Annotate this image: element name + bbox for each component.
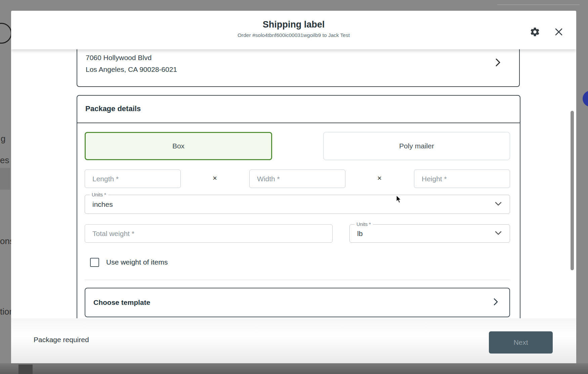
chevron-right-icon xyxy=(495,58,501,68)
use-weight-of-items-checkbox[interactable] xyxy=(90,258,99,267)
gear-icon xyxy=(530,27,540,39)
dimension-units-value: inches xyxy=(92,200,113,208)
dimension-multiply-separator: × xyxy=(213,174,217,183)
shipping-label-modal: 7060 Hollywood Blvd Los Angeles, CA 9002… xyxy=(11,11,576,363)
package-type-box-button[interactable]: Box xyxy=(85,132,272,160)
background-divider-line xyxy=(497,4,580,5)
height-input[interactable] xyxy=(414,170,510,188)
modal-title: Shipping label xyxy=(11,19,576,30)
address-line-2: Los Angeles, CA 90028-6021 xyxy=(86,65,177,74)
background-text-fragment: es xyxy=(0,155,9,166)
package-details-title: Package details xyxy=(85,104,141,113)
background-bottom-square xyxy=(18,365,33,374)
total-weight-input[interactable] xyxy=(85,224,333,243)
background-bottom-strip xyxy=(0,363,588,374)
next-button[interactable]: Next xyxy=(489,331,553,354)
background-selected-band xyxy=(0,168,10,190)
modal-scrollbar-thumb[interactable] xyxy=(571,111,574,270)
weight-units-label: Units * xyxy=(354,222,373,227)
close-icon xyxy=(554,27,564,38)
background-chat-fab xyxy=(583,91,588,107)
mouse-cursor xyxy=(396,195,404,205)
address-line-1: 7060 Hollywood Blvd xyxy=(86,54,152,62)
modal-footer: Package required Next xyxy=(11,318,576,363)
width-input[interactable] xyxy=(249,170,345,188)
background-text-fragment: g xyxy=(1,134,5,144)
dimension-units-label: Units * xyxy=(90,192,108,197)
chevron-down-icon xyxy=(494,201,502,208)
package-details-header: Package details xyxy=(77,96,520,123)
length-input[interactable] xyxy=(85,170,181,188)
background-logo-circle xyxy=(0,23,12,44)
dimension-multiply-separator: × xyxy=(377,174,382,183)
choose-template-label: Choose template xyxy=(93,298,150,307)
section-divider xyxy=(85,280,510,280)
chevron-right-icon xyxy=(493,297,499,308)
modal-subtitle: Order #solo4tbnf600ic00031wgoilb9 to Jac… xyxy=(11,32,576,38)
modal-header: Shipping label Order #solo4tbnf600ic0003… xyxy=(11,11,576,49)
use-weight-of-items-label: Use weight of items xyxy=(106,258,168,266)
choose-template-row[interactable]: Choose template xyxy=(85,288,510,317)
close-button[interactable] xyxy=(551,25,566,40)
dimension-units-select[interactable]: Units * inches xyxy=(85,195,510,214)
package-type-poly-mailer-button[interactable]: Poly mailer xyxy=(323,132,510,160)
weight-units-select[interactable]: Units * lb xyxy=(349,224,510,243)
package-required-status: Package required xyxy=(34,336,89,344)
weight-units-value: lb xyxy=(357,230,363,238)
chevron-down-icon xyxy=(494,230,502,237)
settings-button[interactable] xyxy=(528,25,542,40)
